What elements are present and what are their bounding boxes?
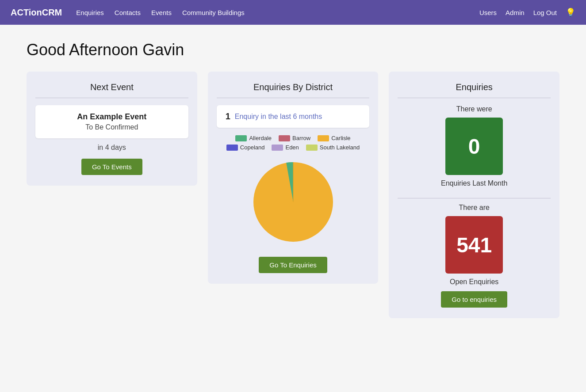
pie-chart xyxy=(249,158,337,248)
legend-carlisle: Carlisle xyxy=(318,135,350,141)
south-lakeland-label: South Lakeland xyxy=(320,144,360,151)
copeland-swatch xyxy=(226,145,238,151)
carlisle-swatch xyxy=(318,135,329,141)
last-month-label: Enquiries Last Month xyxy=(441,179,507,187)
go-to-events-button[interactable]: Go To Events xyxy=(81,159,142,175)
there-are-label: There are xyxy=(459,204,489,212)
nav-link-enquiries[interactable]: Enquiries xyxy=(76,9,104,16)
legend-eden: Eden xyxy=(272,144,299,151)
chart-legend: Allerdale Barrow Carlisle Copeland Eden xyxy=(217,135,370,151)
last-month-stat-box: 0 xyxy=(445,118,503,175)
go-to-enquiries-button-2[interactable]: Go to enquiries xyxy=(441,291,507,308)
navbar: ACTionCRM Enquiries Contacts Events Comm… xyxy=(0,0,586,25)
nav-link-admin[interactable]: Admin xyxy=(506,9,525,16)
eden-swatch xyxy=(272,145,283,151)
next-event-title: Next Event xyxy=(90,82,134,92)
enquiries-divider xyxy=(398,98,551,98)
enquiry-summary-box: 1 Enquiry in the last 6 months xyxy=(217,105,370,128)
enquiries-card: Enquiries There were 0 Enquiries Last Mo… xyxy=(389,72,559,318)
open-enquiries-label: Open Enquiries xyxy=(450,278,498,286)
nav-left-links: Enquiries Contacts Events Community Buil… xyxy=(76,9,479,16)
nav-link-contacts[interactable]: Contacts xyxy=(115,9,141,16)
nav-link-community-buildings[interactable]: Community Buildings xyxy=(182,9,245,16)
nav-link-events[interactable]: Events xyxy=(151,9,172,16)
main-page: Good Afternoon Gavin Next Event An Examp… xyxy=(0,25,586,334)
enquiry-count: 1 xyxy=(226,111,230,122)
legend-south-lakeland: South Lakeland xyxy=(306,144,360,151)
next-event-card: Next Event An Example Event To Be Confir… xyxy=(27,72,197,186)
greeting-text: Good Afternoon Gavin xyxy=(27,41,559,59)
barrow-swatch xyxy=(279,135,290,141)
open-count: 541 xyxy=(456,233,492,257)
nav-link-users[interactable]: Users xyxy=(479,9,497,16)
enquiries-card-title: Enquiries xyxy=(456,82,492,92)
go-to-enquiries-button[interactable]: Go To Enquiries xyxy=(259,257,327,273)
next-event-divider xyxy=(35,98,188,98)
event-box: An Example Event To Be Confirmed xyxy=(35,105,188,138)
allerdale-label: Allerdale xyxy=(249,135,272,141)
eden-label: Eden xyxy=(285,144,299,151)
south-lakeland-swatch xyxy=(306,145,318,151)
district-divider xyxy=(217,98,370,98)
allerdale-swatch xyxy=(235,135,247,141)
nav-link-logout[interactable]: Log Out xyxy=(533,9,557,16)
enquiry-text: Enquiry in the last 6 months xyxy=(235,113,322,121)
open-enquiries-stat-box: 541 xyxy=(445,216,503,274)
cards-row: Next Event An Example Event To Be Confir… xyxy=(27,72,559,318)
district-card-title: Enquiries By District xyxy=(253,82,333,92)
district-card: Enquiries By District 1 Enquiry in the l… xyxy=(208,72,379,284)
stat-divider xyxy=(398,198,551,198)
nav-right-links: Users Admin Log Out 💡 xyxy=(479,8,575,17)
notification-icon[interactable]: 💡 xyxy=(566,8,575,17)
copeland-label: Copeland xyxy=(240,144,265,151)
legend-barrow: Barrow xyxy=(279,135,310,141)
event-days: in 4 days xyxy=(98,144,126,152)
legend-copeland: Copeland xyxy=(226,144,265,151)
event-sub: To Be Confirmed xyxy=(44,123,180,131)
there-were-label: There were xyxy=(456,105,492,113)
barrow-label: Barrow xyxy=(292,135,310,141)
last-month-count: 0 xyxy=(468,134,480,159)
carlisle-label: Carlisle xyxy=(331,135,350,141)
brand-logo[interactable]: ACTionCRM xyxy=(11,8,62,18)
legend-allerdale: Allerdale xyxy=(235,135,272,141)
event-name: An Example Event xyxy=(44,112,180,122)
